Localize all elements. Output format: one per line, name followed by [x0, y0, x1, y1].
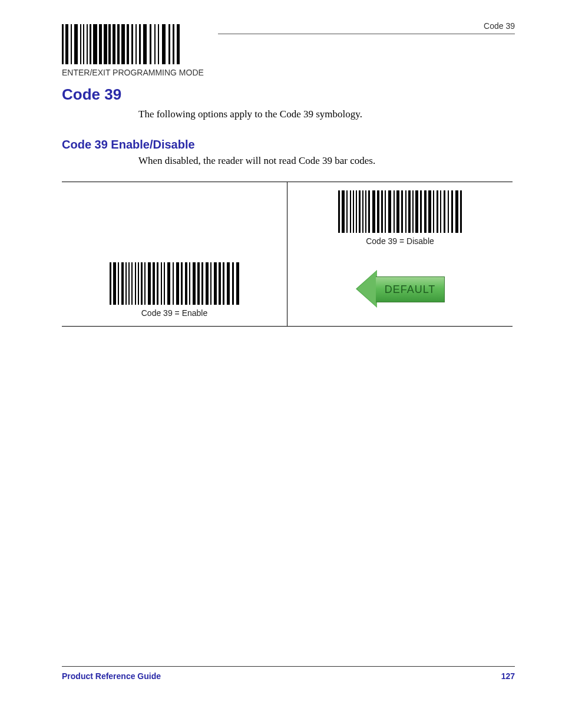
- svg-rect-59: [460, 190, 462, 233]
- svg-rect-9: [99, 24, 102, 64]
- disable-label: Code 39 = Disable: [292, 236, 508, 246]
- section-intro: The following options apply to the Code …: [138, 108, 515, 120]
- svg-rect-55: [444, 190, 445, 233]
- svg-rect-33: [359, 190, 361, 233]
- svg-rect-4: [80, 24, 81, 64]
- svg-rect-61: [113, 262, 116, 305]
- page-footer: Product Reference Guide 127: [62, 666, 515, 681]
- svg-rect-92: [236, 262, 239, 305]
- svg-rect-31: [353, 190, 354, 233]
- svg-rect-79: [181, 262, 183, 305]
- header-rule: [218, 34, 515, 34]
- svg-rect-52: [433, 190, 434, 233]
- svg-rect-45: [405, 190, 406, 233]
- svg-rect-1: [65, 24, 68, 64]
- svg-rect-76: [167, 262, 170, 305]
- svg-rect-83: [197, 262, 200, 305]
- svg-rect-44: [401, 190, 403, 233]
- svg-rect-64: [125, 262, 127, 305]
- svg-rect-43: [396, 190, 399, 233]
- svg-rect-78: [176, 262, 179, 305]
- cell-disable: Code 39 = Disable: [287, 182, 513, 255]
- svg-rect-62: [118, 262, 119, 305]
- svg-rect-75: [164, 262, 165, 305]
- svg-rect-51: [428, 190, 431, 233]
- svg-rect-69: [141, 262, 143, 305]
- svg-rect-89: [223, 262, 224, 305]
- svg-rect-12: [113, 24, 115, 64]
- svg-rect-74: [161, 262, 162, 305]
- svg-rect-80: [185, 262, 187, 305]
- svg-rect-67: [135, 262, 136, 305]
- svg-rect-22: [158, 24, 159, 64]
- svg-rect-18: [139, 24, 141, 64]
- svg-rect-77: [173, 262, 174, 305]
- svg-rect-39: [381, 190, 383, 233]
- svg-rect-21: [154, 24, 156, 64]
- svg-rect-36: [368, 190, 370, 233]
- svg-rect-3: [74, 24, 78, 64]
- svg-rect-6: [87, 24, 88, 64]
- svg-rect-46: [408, 190, 411, 233]
- svg-rect-26: [177, 24, 180, 64]
- svg-rect-40: [385, 190, 386, 233]
- svg-rect-30: [350, 190, 351, 233]
- svg-rect-84: [201, 262, 203, 305]
- svg-rect-37: [372, 190, 375, 233]
- svg-rect-8: [93, 24, 97, 64]
- svg-rect-65: [128, 262, 130, 305]
- svg-rect-28: [342, 190, 345, 233]
- svg-rect-49: [420, 190, 422, 233]
- svg-rect-29: [346, 190, 348, 233]
- running-head: Code 39: [484, 21, 515, 31]
- svg-rect-20: [150, 24, 151, 64]
- svg-rect-27: [338, 190, 340, 233]
- svg-rect-81: [189, 262, 190, 305]
- footer-guide: Product Reference Guide: [62, 671, 161, 681]
- svg-rect-82: [193, 262, 196, 305]
- svg-rect-48: [415, 190, 418, 233]
- default-arrow-icon: DEFAULT: [356, 270, 444, 308]
- svg-rect-5: [83, 24, 84, 64]
- svg-rect-50: [424, 190, 427, 233]
- barcode-enable-icon: [110, 262, 239, 305]
- svg-rect-38: [377, 190, 379, 233]
- svg-rect-68: [138, 262, 139, 305]
- svg-rect-16: [131, 24, 133, 64]
- svg-rect-90: [227, 262, 230, 305]
- svg-rect-57: [451, 190, 453, 233]
- svg-rect-54: [440, 190, 441, 233]
- svg-rect-63: [121, 262, 124, 305]
- svg-rect-10: [104, 24, 107, 64]
- svg-rect-24: [168, 24, 170, 64]
- subsection-title: Code 39 Enable/Disable: [62, 138, 515, 151]
- enter-exit-caption: ENTER/EXIT PROGRAMMING MODE: [62, 68, 515, 77]
- svg-rect-87: [214, 262, 217, 305]
- svg-rect-2: [71, 24, 72, 64]
- cell-empty: [62, 182, 287, 255]
- footer-page-number: 127: [501, 671, 515, 681]
- barcode-disable-icon: [338, 190, 462, 233]
- svg-rect-17: [135, 24, 137, 64]
- svg-rect-86: [210, 262, 211, 305]
- svg-rect-66: [131, 262, 133, 305]
- svg-rect-42: [394, 190, 395, 233]
- svg-rect-88: [219, 262, 221, 305]
- section-title: Code 39: [62, 85, 515, 104]
- svg-rect-91: [232, 262, 234, 305]
- svg-rect-47: [412, 190, 414, 233]
- svg-rect-14: [121, 24, 125, 64]
- svg-rect-11: [108, 24, 111, 64]
- svg-rect-60: [110, 262, 111, 305]
- svg-rect-71: [148, 262, 151, 305]
- svg-rect-0: [62, 24, 64, 64]
- svg-rect-58: [455, 190, 458, 233]
- svg-rect-56: [448, 190, 449, 233]
- svg-rect-23: [162, 24, 166, 64]
- svg-rect-13: [117, 24, 120, 64]
- cell-enable: Code 39 = Enable: [62, 254, 287, 327]
- svg-rect-19: [143, 24, 147, 64]
- svg-rect-70: [144, 262, 146, 305]
- enable-label: Code 39 = Enable: [67, 308, 282, 318]
- svg-rect-34: [362, 190, 363, 233]
